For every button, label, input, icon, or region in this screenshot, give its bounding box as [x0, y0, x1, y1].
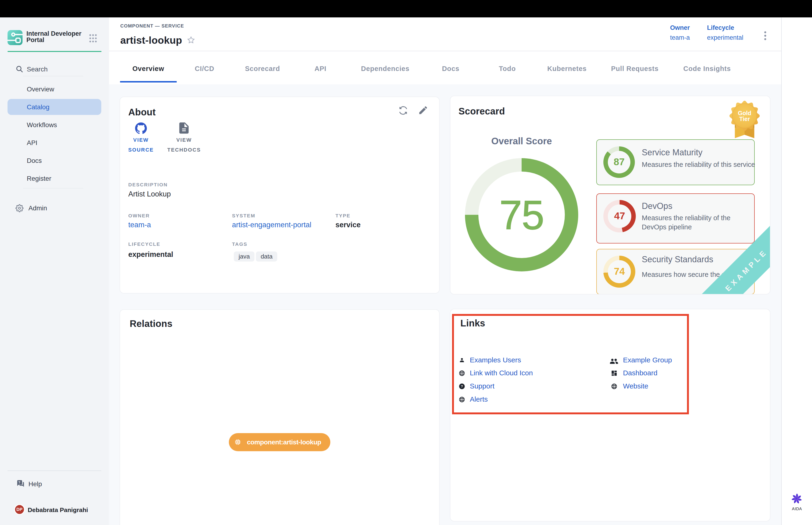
svg-text:Gold: Gold	[738, 110, 751, 116]
svg-text:?: ?	[18, 480, 20, 484]
svg-text:Tier: Tier	[739, 116, 750, 122]
